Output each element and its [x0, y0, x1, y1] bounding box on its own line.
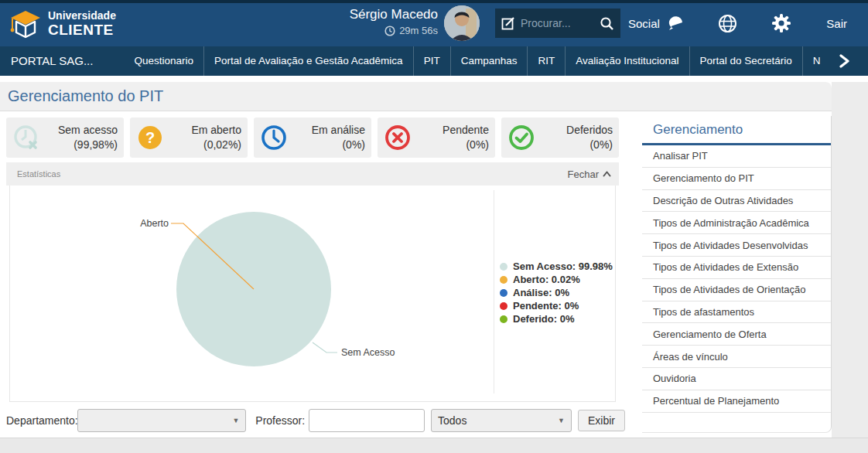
analysis-clock-icon — [258, 123, 289, 152]
nav-item-portal-secretario[interactable]: Portal do Secretário — [689, 46, 802, 76]
nav-item-n[interactable]: N — [802, 46, 831, 76]
legend-item-deferido: Deferido: 0% — [500, 312, 613, 325]
filter-bar: Departamento: ▼ Professor: Todos ▼ Exibi… — [6, 408, 625, 433]
brand-line1: Universidade — [48, 9, 116, 22]
right-gutter — [832, 82, 868, 453]
sidebar-title: Gerenciamento — [642, 116, 831, 143]
chat-bubble-icon — [666, 15, 683, 31]
callout-line-sem-acesso — [313, 342, 337, 353]
status-card-em-analise[interactable]: Em análise (0%) — [254, 118, 371, 158]
sidebar-item-ouvidoria[interactable]: Ouvidoria — [642, 368, 831, 390]
search-icon[interactable] — [600, 16, 614, 31]
clock-icon — [384, 26, 395, 36]
legend-item-sem-acesso: Sem Acesso: 99.98% — [500, 260, 613, 273]
top-header: Universidade CLIENTE Sérgio Macedo 29m 5… — [0, 0, 868, 46]
sidebar-item-gerenciamento-pit[interactable]: Gerenciamento do PIT — [642, 168, 831, 190]
chevron-down-icon: ▼ — [232, 417, 239, 424]
department-label: Departamento: — [6, 414, 77, 427]
social-label: Social — [628, 17, 660, 30]
legend-label: Deferido: 0% — [513, 313, 574, 325]
svg-text:?: ? — [145, 129, 155, 146]
professor-input[interactable] — [309, 409, 425, 432]
gear-icon[interactable] — [771, 13, 791, 33]
page-title: Gerenciamento do PIT — [8, 87, 163, 105]
legend-label: Análise: 0% — [513, 287, 569, 298]
status-card-label: Em aberto — [166, 123, 241, 138]
sidebar-item-descricao-outras-atividades[interactable]: Descrição de Outras Atividades — [642, 190, 831, 213]
sidebar-item-tipos-atividades-orientacao[interactable]: Tipos de Atividades de Orientação — [642, 279, 831, 301]
legend-item-analise: Análise: 0% — [500, 286, 613, 299]
user-name: Sérgio Macedo — [294, 7, 438, 22]
status-card-text: Pendente (0%) — [413, 123, 489, 152]
logout-link[interactable]: Sair — [826, 17, 847, 30]
sidebar-item-percentual-planejamento[interactable]: Percentual de Planejamento — [642, 390, 831, 413]
status-card-label: Sem acesso — [42, 123, 118, 138]
nav-item-pit[interactable]: PIT — [413, 46, 450, 76]
nav-item-campanhas[interactable]: Campanhas — [450, 46, 528, 76]
legend-dot — [500, 263, 507, 271]
avatar[interactable] — [444, 5, 480, 41]
session-timer-value: 29m 56s — [399, 25, 438, 36]
globe-icon[interactable] — [718, 14, 737, 33]
page-title-bar: Gerenciamento do PIT — [0, 82, 832, 111]
nav-menu: Questionario Portal de Avaliação e Gestã… — [124, 46, 830, 76]
nav-item-rit[interactable]: RIT — [527, 46, 565, 76]
nav-item-portal-avaliacao[interactable]: Portal de Avaliação e Gestão Acadêmica — [203, 46, 413, 76]
status-card-value: (0%) — [413, 138, 489, 152]
chevron-up-icon — [603, 171, 611, 177]
callout-label-sem-acesso: Sem Acesso — [341, 347, 395, 358]
nav-item-questionario[interactable]: Questionario — [124, 46, 203, 76]
status-card-value: (0%) — [289, 138, 365, 152]
user-block: Sérgio Macedo 29m 56s — [294, 7, 438, 36]
status-select[interactable]: Todos ▼ — [431, 409, 572, 432]
show-button[interactable]: Exibir — [578, 410, 625, 431]
status-card-value: (0,02%) — [166, 138, 241, 152]
nav-brand-portal-sag[interactable]: PORTAL SAG... — [0, 46, 104, 76]
nav-overflow-chevron[interactable] — [831, 46, 858, 76]
chart-legend: Sem Acesso: 99.98% Aberto: 0.02% Análise… — [500, 260, 613, 325]
question-circle-icon: ? — [135, 123, 166, 152]
collapse-label: Fechar — [568, 169, 599, 180]
footer-strip — [0, 438, 868, 453]
collapse-panel-link[interactable]: Fechar — [568, 169, 611, 180]
status-card-text: Em aberto (0,02%) — [166, 123, 241, 152]
status-card-em-aberto[interactable]: ? Em aberto (0,02%) — [130, 118, 248, 158]
legend-divider — [494, 190, 494, 393]
check-circle-icon — [506, 123, 537, 152]
graduation-cap-icon — [9, 8, 42, 40]
error-circle-icon — [382, 123, 413, 152]
sidebar-item-tipos-administracao-academica[interactable]: Tipos de Administração Acadêmica — [642, 212, 831, 234]
search-input[interactable] — [521, 17, 595, 29]
university-logo[interactable]: Universidade CLIENTE — [9, 8, 116, 40]
department-select[interactable]: ▼ — [77, 409, 246, 432]
status-card-pendente[interactable]: Pendente (0%) — [378, 118, 495, 158]
social-link[interactable]: Social — [628, 15, 683, 31]
statistics-header: Estatísticas Fechar — [6, 162, 619, 186]
main-nav: PORTAL SAG... Questionario Portal de Ava… — [0, 46, 868, 76]
sidebar-item-areas-vinculo[interactable]: Áreas de vínculo — [642, 346, 831, 368]
pie-chart-area: Aberto Sem Acesso Sem Acesso: 99.98% Abe… — [9, 186, 616, 402]
brand-text: Universidade CLIENTE — [48, 9, 116, 39]
sidebar-item-gerenciamento-oferta[interactable]: Gerenciamento de Oferta — [642, 323, 831, 346]
status-card-sem-acesso[interactable]: Sem acesso (99,98%) — [6, 118, 124, 158]
sidebar-item-tipos-atividades-extensao[interactable]: Tipos de Atividades de Extensão — [642, 257, 831, 279]
legend-dot — [500, 315, 507, 323]
legend-item-pendente: Pendente: 0% — [500, 299, 613, 312]
legend-label: Sem Acesso: 99.98% — [513, 261, 613, 272]
status-card-deferidos[interactable]: Deferidos (0%) — [501, 118, 619, 158]
header-actions: Social — [628, 0, 847, 46]
avatar-photo — [444, 5, 480, 41]
status-card-label: Pendente — [413, 123, 489, 138]
chevron-down-icon: ▼ — [558, 417, 565, 424]
status-card-text: Deferidos (0%) — [537, 123, 613, 152]
status-select-value: Todos — [438, 414, 466, 427]
status-cards: Sem acesso (99,98%) ? Em aberto (0,02%) — [6, 118, 619, 158]
sidebar-item-tipos-atividades-desenvolvidas[interactable]: Tipos de Atividades Desenvolvidas — [642, 234, 831, 257]
sidebar-item-tipos-afastamentos[interactable]: Tipos de afastamentos — [642, 301, 831, 324]
edit-pencil-icon — [501, 16, 516, 31]
nav-item-avaliacao-institucional[interactable]: Avaliação Institucional — [565, 46, 689, 76]
status-card-value: (0%) — [537, 138, 613, 152]
status-card-text: Em análise (0%) — [289, 123, 365, 152]
statistics-panel: Estatísticas Fechar Aberto Sem Acesso — [6, 162, 619, 402]
sidebar-item-analisar-pit[interactable]: Analisar PIT — [642, 145, 831, 168]
